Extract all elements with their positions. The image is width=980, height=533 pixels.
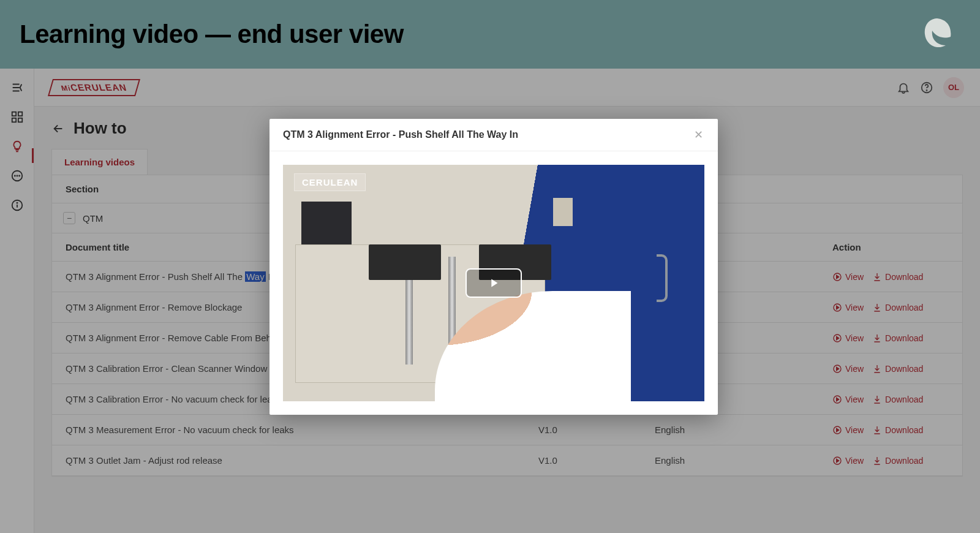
doc-version: V1.0 xyxy=(538,425,655,435)
doc-title: QTM 3 Outlet Jam - Adjust rod release xyxy=(66,455,538,466)
svg-point-7 xyxy=(19,175,20,176)
svg-rect-3 xyxy=(18,118,21,122)
download-button[interactable]: Download xyxy=(872,364,923,374)
svg-point-5 xyxy=(14,175,15,176)
view-button[interactable]: View xyxy=(832,303,864,312)
sidebar-rail xyxy=(0,69,34,533)
svg-rect-2 xyxy=(12,118,15,122)
download-icon xyxy=(872,364,882,374)
search-highlight: Way xyxy=(245,271,265,282)
play-circle-icon xyxy=(832,333,842,343)
download-button[interactable]: Download xyxy=(872,303,923,312)
doc-language: English xyxy=(655,425,777,435)
download-button[interactable]: Download xyxy=(872,395,923,404)
video-modal: QTM 3 Alignment Error - Push Shelf All T… xyxy=(270,119,718,415)
row-actions: ViewDownload xyxy=(832,455,949,466)
close-icon[interactable]: ✕ xyxy=(692,129,704,141)
row-actions: ViewDownload xyxy=(832,394,949,404)
video-player[interactable]: CERULEAN xyxy=(283,165,704,401)
svg-point-6 xyxy=(17,175,17,176)
download-button[interactable]: Download xyxy=(872,425,923,435)
doc-language: English xyxy=(655,455,777,466)
play-circle-icon xyxy=(832,425,842,435)
section-name: QTM xyxy=(83,213,103,224)
sidebar-active-indicator xyxy=(32,148,34,163)
info-icon[interactable] xyxy=(10,198,24,212)
brand-logo[interactable]: MiCERULEAN xyxy=(48,79,140,96)
view-button[interactable]: View xyxy=(832,425,864,435)
dashboard-icon[interactable] xyxy=(10,110,24,124)
collapse-icon[interactable]: − xyxy=(63,212,75,224)
back-arrow-icon[interactable] xyxy=(51,122,65,135)
svg-rect-0 xyxy=(12,112,15,116)
view-button[interactable]: View xyxy=(832,333,864,343)
download-button[interactable]: Download xyxy=(872,456,923,466)
play-circle-icon xyxy=(832,364,842,374)
video-watermark: CERULEAN xyxy=(294,173,366,191)
download-icon xyxy=(872,395,882,404)
row-actions: ViewDownload xyxy=(832,425,949,435)
row-actions: ViewDownload xyxy=(832,302,949,312)
page-title: How to xyxy=(74,119,127,138)
slide-banner: Learning video — end user view xyxy=(0,0,980,69)
download-icon xyxy=(872,333,882,343)
bell-icon[interactable] xyxy=(897,81,910,94)
download-icon xyxy=(872,425,882,435)
play-circle-icon xyxy=(832,303,842,312)
play-button[interactable] xyxy=(466,268,522,298)
svg-point-12 xyxy=(926,90,927,91)
slide-logo-icon xyxy=(919,15,956,51)
lightbulb-icon[interactable] xyxy=(10,140,24,153)
download-icon xyxy=(872,303,882,312)
column-action: Action xyxy=(832,242,949,252)
table-row: QTM 3 Outlet Jam - Adjust rod releaseV1.… xyxy=(52,445,962,476)
chat-icon[interactable] xyxy=(10,169,24,183)
top-bar: MiCERULEAN OL xyxy=(34,69,980,107)
modal-title: QTM 3 Alignment Error - Push Shelf All T… xyxy=(283,129,518,140)
svg-rect-1 xyxy=(18,112,21,116)
row-actions: ViewDownload xyxy=(832,271,949,282)
app-frame: MiCERULEAN OL How to Learning videos Sec… xyxy=(0,69,980,533)
download-icon xyxy=(872,272,882,282)
play-circle-icon xyxy=(832,395,842,404)
view-button[interactable]: View xyxy=(832,395,864,404)
download-button[interactable]: Download xyxy=(872,272,923,282)
play-icon xyxy=(487,276,500,290)
doc-title: QTM 3 Measurement Error - No vacuum chec… xyxy=(66,425,538,435)
view-button[interactable]: View xyxy=(832,456,864,466)
download-icon xyxy=(872,456,882,466)
view-button[interactable]: View xyxy=(832,272,864,282)
avatar[interactable]: OL xyxy=(943,77,964,98)
menu-collapse-icon[interactable] xyxy=(10,81,24,94)
play-circle-icon xyxy=(832,272,842,282)
view-button[interactable]: View xyxy=(832,364,864,374)
row-actions: ViewDownload xyxy=(832,363,949,374)
help-icon[interactable] xyxy=(920,81,933,94)
row-actions: ViewDownload xyxy=(832,333,949,343)
svg-point-10 xyxy=(17,203,17,203)
doc-version: V1.0 xyxy=(538,455,655,466)
slide-title: Learning video — end user view xyxy=(20,20,404,49)
table-row: QTM 3 Measurement Error - No vacuum chec… xyxy=(52,415,962,445)
download-button[interactable]: Download xyxy=(872,333,923,343)
play-circle-icon xyxy=(832,456,842,466)
tab-learning-videos[interactable]: Learning videos xyxy=(51,149,148,175)
